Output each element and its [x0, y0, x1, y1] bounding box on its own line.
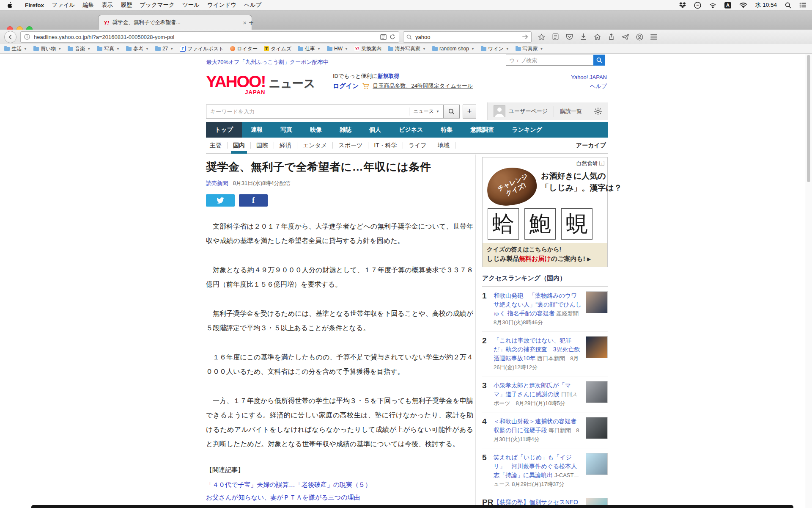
reading-list-icon[interactable] — [552, 33, 559, 40]
menu-item[interactable]: ブックマーク — [136, 1, 178, 9]
tab-close-icon[interactable]: × — [243, 19, 247, 26]
subnav-item[interactable]: IT・科学 — [368, 142, 403, 149]
bookmark-item[interactable]: 音楽▼ — [68, 45, 91, 52]
scrollbar[interactable] — [806, 53, 812, 508]
source-link[interactable]: 読売新聞 — [206, 180, 228, 186]
subnav-item[interactable]: 主要 — [206, 142, 228, 149]
bookmark-item[interactable]: 写真▼ — [97, 45, 120, 52]
menu-clock[interactable]: 水 10:54 — [755, 1, 777, 9]
notification-center-icon[interactable] — [799, 2, 806, 8]
ad-info-icon[interactable]: i — [599, 161, 604, 166]
spotlight-icon[interactable] — [785, 2, 791, 8]
bookmark-item[interactable]: 生活▼ — [4, 45, 27, 52]
subnav-item[interactable]: スポーツ — [333, 142, 368, 149]
menu-firefox[interactable]: Firefox — [21, 2, 48, 8]
settings-item[interactable] — [588, 106, 608, 117]
bookmark-item[interactable]: 仕事▼ — [298, 45, 321, 52]
subnav-item[interactable]: 国際 — [251, 142, 274, 149]
reload-icon[interactable] — [390, 34, 395, 40]
url-bar[interactable] — [20, 31, 399, 43]
menu-item[interactable]: ヘルプ — [240, 1, 265, 9]
bookmark-item[interactable]: 写真家▼ — [516, 45, 543, 52]
related-link[interactable]: 「４０代で子宝」夫婦の誤算…「老後破産」の現実（５） — [206, 478, 473, 491]
twitter-share-button[interactable] — [206, 194, 235, 207]
bookmark-star-icon[interactable] — [538, 33, 545, 41]
browser-tab[interactable]: Y! 奨学金、無利子で全希望者... × — [98, 15, 252, 30]
yahoo-japan-link[interactable]: Yahoo! JAPAN — [571, 73, 607, 82]
menu-icon[interactable] — [650, 34, 657, 40]
go-arrow-icon[interactable] — [522, 34, 528, 39]
bookmark-item[interactable]: 参考▼ — [126, 45, 149, 52]
pocket-icon[interactable] — [566, 33, 573, 40]
nav-tab[interactable]: 速報 — [242, 122, 272, 138]
archive-link[interactable]: アーカイブ — [576, 142, 608, 149]
new-tab-button[interactable]: + — [249, 19, 254, 27]
menu-item[interactable]: ウインドウ — [203, 1, 240, 9]
signup-link[interactable]: 新規取得 — [378, 73, 400, 79]
bookmark-item[interactable]: 27▼ — [155, 46, 173, 52]
bookmark-item[interactable]: Tタイムズ — [264, 45, 291, 52]
nav-tab[interactable]: トップ — [206, 122, 242, 138]
nav-tab[interactable]: 個人 — [360, 122, 390, 138]
menu-item[interactable]: 表示 — [98, 1, 117, 9]
kanji-option[interactable]: 鮑 — [524, 208, 556, 240]
web-search-button[interactable] — [593, 55, 605, 66]
scrollbar-thumb[interactable] — [807, 55, 810, 182]
bookmark-item[interactable]: ロイター — [230, 45, 258, 52]
downloads-icon[interactable] — [580, 33, 587, 40]
nav-tab[interactable]: 特集 — [432, 122, 461, 138]
help-link[interactable]: ヘルプ — [571, 82, 607, 91]
kanji-option[interactable]: 蜆 — [561, 208, 593, 240]
subnav-item[interactable]: ライフ — [403, 142, 432, 149]
apple-menu-icon[interactable] — [8, 2, 14, 8]
send-tab-icon[interactable] — [622, 34, 629, 40]
facebook-share-button[interactable]: f — [239, 194, 268, 207]
back-button[interactable] — [4, 31, 16, 43]
ad-cta[interactable]: クイズの答えはこちらから! しじみ製品無料お届けのご案内も! ▶ — [483, 243, 607, 267]
nav-tab[interactable]: 写真 — [272, 122, 301, 138]
input-source-icon[interactable]: A — [724, 2, 731, 8]
nav-tab[interactable]: ビジネス — [390, 122, 432, 138]
subnav-item[interactable]: 国内 — [228, 142, 251, 149]
subnav-item[interactable]: 経済 — [274, 142, 297, 149]
nav-tab[interactable]: 意識調査 — [461, 122, 503, 138]
url-input[interactable] — [33, 33, 377, 41]
promo-banner-link[interactable]: 最大70%オフ「九州ふっこう割」クーポン配布中 — [206, 58, 329, 66]
share-icon[interactable] — [608, 33, 614, 40]
add-search-button[interactable]: + — [463, 105, 476, 119]
bookmark-item[interactable]: 海外写真家▼ — [388, 45, 426, 52]
creative-cloud-icon[interactable]: ∞ — [694, 2, 701, 9]
site-info-icon[interactable] — [24, 34, 30, 40]
bookmark-item[interactable]: 買い物▼ — [33, 45, 61, 52]
login-link[interactable]: ログイン — [333, 82, 359, 90]
nav-tab[interactable]: 映像 — [301, 122, 331, 138]
timesale-link[interactable]: 目玉商品多数、24時間限定タイムセール — [373, 82, 473, 90]
browser-search-bar[interactable] — [403, 31, 532, 43]
yahoo-news-logo[interactable]: YAHOO! JAPAN ニュース — [206, 73, 315, 95]
bookmark-item[interactable]: random shop▼ — [432, 46, 475, 52]
news-search-button[interactable] — [444, 105, 460, 119]
home-icon[interactable] — [594, 33, 601, 40]
bookmark-item[interactable]: Fファイルポスト — [180, 45, 224, 52]
wifi-icon[interactable] — [739, 2, 747, 8]
subnav-item[interactable]: 地域 — [432, 142, 455, 149]
menu-item[interactable]: 履歴 — [117, 1, 136, 9]
reader-mode-icon[interactable] — [380, 34, 387, 40]
nav-tab[interactable]: ランキング — [503, 122, 551, 138]
profile-icon[interactable] — [636, 33, 643, 41]
kanji-option[interactable]: 蛤 — [488, 208, 519, 240]
menu-item[interactable]: 編集 — [79, 1, 98, 9]
bookmark-item[interactable]: Y!乗換案内 — [354, 45, 381, 52]
user-page-item[interactable]: ユーザーページ — [488, 106, 554, 117]
hotspot-icon[interactable] — [709, 2, 716, 8]
news-search-input[interactable] — [206, 108, 409, 115]
dropbox-icon[interactable] — [679, 2, 686, 8]
browser-search-input[interactable] — [414, 33, 520, 41]
web-search-input[interactable] — [506, 55, 593, 66]
nav-tab[interactable]: 雑誌 — [331, 122, 360, 138]
bookmark-item[interactable]: ワイン▼ — [481, 45, 509, 52]
menu-item[interactable]: ファイル — [48, 1, 79, 9]
ad-banner[interactable]: 自然食研 i チャレンジクイズ! お酒好きに人気の 「しじみ」。漢字は？ 蛤鮑蜆 — [482, 157, 608, 267]
menu-item[interactable]: ツール — [178, 1, 203, 9]
bookmark-item[interactable]: HW▼ — [327, 46, 348, 52]
